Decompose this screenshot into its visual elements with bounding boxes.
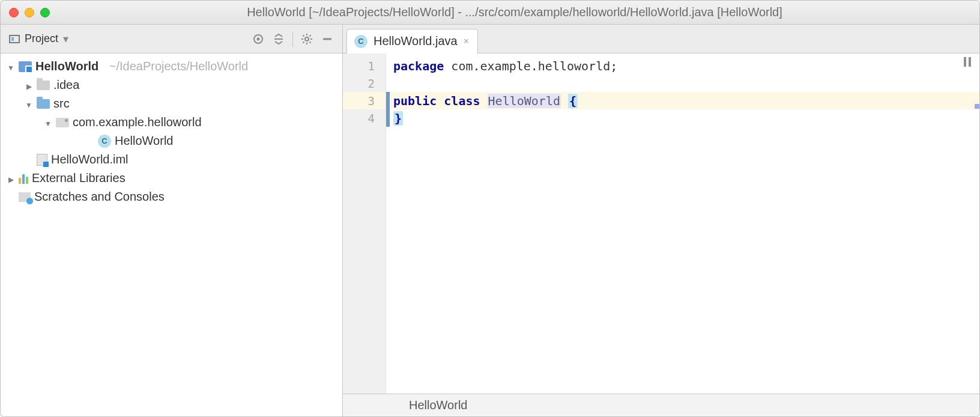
hide-panel-button[interactable]: [317, 29, 337, 49]
code-editor[interactable]: 1 2 3 4 package com.example.helloworld; …: [343, 53, 979, 394]
tree-package[interactable]: com.example.helloworld: [1, 113, 342, 132]
zoom-window-button[interactable]: [40, 8, 50, 17]
traffic-lights: [9, 8, 50, 17]
class-icon: C: [98, 135, 111, 148]
tab-filename: HelloWorld.java: [374, 34, 458, 48]
tree-class-file[interactable]: C HelloWorld: [1, 132, 342, 150]
tree-label: External Libraries: [32, 171, 126, 185]
tree-scratches[interactable]: Scratches and Consoles: [1, 187, 342, 206]
tree-external-libraries[interactable]: External Libraries: [1, 169, 342, 187]
code-line[interactable]: [386, 75, 979, 92]
expand-icon[interactable]: [7, 59, 15, 73]
line-gutter[interactable]: 1 2 3 4: [343, 53, 386, 394]
header-divider: [292, 31, 293, 47]
tree-label: com.example.helloworld: [73, 115, 202, 129]
tree-folder-idea[interactable]: .idea: [1, 76, 342, 94]
module-icon: [19, 61, 32, 72]
code-line[interactable]: public class HelloWorld {: [386, 92, 979, 109]
keyword: class: [444, 94, 480, 108]
breadcrumb-item[interactable]: HelloWorld: [409, 398, 467, 412]
code-line[interactable]: package com.example.helloworld;: [386, 57, 979, 75]
iml-icon: [37, 154, 47, 166]
gutter-line[interactable]: 1: [343, 57, 386, 75]
minimize-window-button[interactable]: [25, 8, 34, 17]
scrollbar-marker[interactable]: [975, 104, 979, 109]
brace: }: [393, 111, 403, 126]
locate-icon: [252, 33, 264, 45]
expand-icon[interactable]: [25, 97, 33, 111]
tree-label: HelloWorld: [115, 134, 173, 148]
libraries-icon: [19, 173, 28, 184]
expand-all-button[interactable]: [268, 29, 289, 49]
breadcrumb-bar[interactable]: HelloWorld: [343, 394, 979, 416]
gutter-line[interactable]: 3: [343, 92, 386, 109]
svg-point-1: [257, 37, 260, 40]
editor-tab[interactable]: C HelloWorld.java ×: [346, 29, 478, 53]
project-icon: [9, 35, 20, 43]
window-title: HelloWorld [~/IdeaProjects/HelloWorld] -…: [58, 5, 971, 19]
scratches-icon: [19, 192, 31, 202]
gutter-line[interactable]: 4: [343, 109, 386, 127]
keyword: package: [393, 59, 444, 73]
close-tab-button[interactable]: ×: [464, 36, 469, 47]
code-content[interactable]: package com.example.helloworld; public c…: [386, 53, 979, 394]
tree-project-root[interactable]: HelloWorld ~/IdeaProjects/HelloWorld: [1, 57, 342, 76]
tree-iml-file[interactable]: HelloWorld.iml: [1, 150, 342, 169]
content-area: Project ▾: [1, 25, 979, 416]
settings-button[interactable]: [297, 29, 317, 49]
collapse-icon: [273, 33, 285, 45]
package-icon: [56, 118, 69, 127]
change-marker[interactable]: [386, 92, 390, 127]
locate-button[interactable]: [248, 29, 268, 49]
project-view-selector[interactable]: Project ▾: [5, 30, 72, 48]
gutter-line[interactable]: 2: [343, 75, 386, 92]
brace: {: [568, 94, 578, 108]
class-icon: C: [354, 35, 368, 48]
tree-label: src: [53, 97, 70, 111]
source-folder-icon: [37, 99, 50, 109]
window-titlebar[interactable]: HelloWorld [~/IdeaProjects/HelloWorld] -…: [1, 1, 979, 25]
expand-icon[interactable]: [44, 115, 52, 129]
project-panel-header: Project ▾: [1, 25, 342, 53]
tree-label: Scratches and Consoles: [34, 190, 165, 204]
close-window-button[interactable]: [9, 8, 19, 17]
code-line[interactable]: }: [386, 109, 979, 127]
tree-label: HelloWorld.iml: [51, 153, 129, 166]
tree-path: ~/IdeaProjects/HelloWorld: [109, 59, 248, 73]
dropdown-icon: ▾: [63, 32, 68, 46]
gear-icon: [301, 33, 313, 45]
svg-point-3: [305, 37, 309, 41]
project-panel-title: Project: [25, 32, 58, 45]
folder-icon: [37, 81, 50, 90]
project-tree[interactable]: HelloWorld ~/IdeaProjects/HelloWorld .id…: [1, 53, 342, 416]
tree-folder-src[interactable]: src: [1, 94, 342, 113]
minimize-icon: [321, 33, 333, 45]
class-name: HelloWorld: [488, 94, 561, 108]
editor-area: C HelloWorld.java × 1 2 3 4 package com.…: [343, 25, 979, 416]
code-text: com.example.helloworld;: [444, 59, 617, 73]
suspend-icon[interactable]: [964, 57, 971, 67]
editor-tabbar: C HelloWorld.java ×: [343, 25, 979, 53]
project-panel: Project ▾: [1, 25, 343, 416]
tree-label: HelloWorld: [35, 59, 98, 73]
keyword: public: [393, 94, 437, 108]
expand-icon[interactable]: [7, 171, 15, 185]
ide-window: HelloWorld [~/IdeaProjects/HelloWorld] -…: [0, 0, 980, 417]
expand-icon[interactable]: [25, 78, 33, 92]
tree-label: .idea: [53, 78, 79, 92]
